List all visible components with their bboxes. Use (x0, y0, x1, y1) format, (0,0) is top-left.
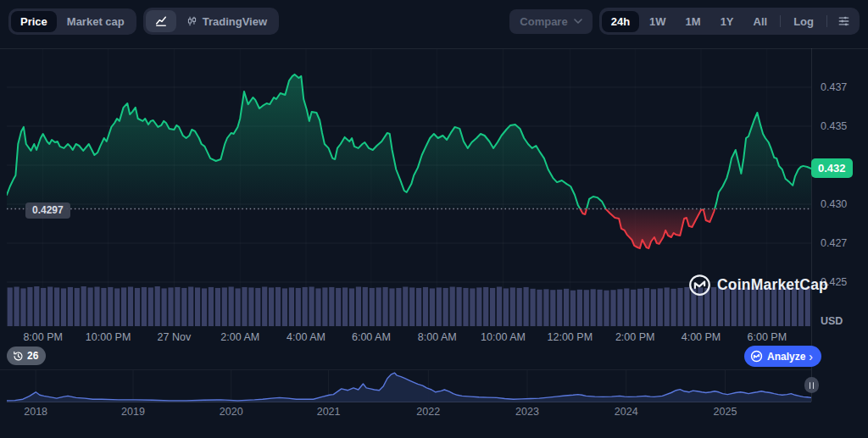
tradingview-label: TradingView (203, 16, 267, 27)
x-axis-tick-label: 4:00 PM (682, 331, 721, 343)
coinmarketcap-logo-icon (688, 274, 711, 297)
x-axis-tick-label: 2:00 PM (615, 331, 655, 343)
range-selector: 24h 1W 1M 1Y All Log (599, 8, 860, 35)
x-axis-tick-label: 27 Nov (158, 331, 192, 343)
range-24h[interactable]: 24h (602, 11, 639, 32)
live-price-badge: 0.432 (811, 158, 853, 178)
watermark-text: CoinMarketCap (717, 276, 828, 294)
chart-type-toggle: TradingView (143, 8, 279, 35)
coinmarketcap-logo-icon (750, 350, 763, 363)
range-1w[interactable]: 1W (640, 11, 676, 32)
x-axis-tick-label: 12:00 PM (548, 331, 593, 343)
x-axis-tick-label: 8:00 AM (418, 331, 457, 343)
baseline-price-badge: 0.4297 (25, 202, 70, 219)
divider (826, 15, 827, 27)
minimap-year-label: 2025 (714, 406, 737, 418)
chevron-right-icon: › (809, 351, 813, 363)
chevron-down-icon (574, 19, 582, 24)
minimap-range-handle[interactable] (804, 377, 819, 393)
minimap-area (7, 373, 811, 402)
history-clock-icon (13, 351, 24, 362)
price-chart-canvas[interactable] (0, 0, 868, 438)
watermark: CoinMarketCap (688, 274, 828, 297)
x-axis-tick-label: 6:00 PM (748, 331, 787, 343)
minimap-year-label: 2020 (220, 406, 243, 418)
gridlines (0, 48, 868, 402)
y-axis-tick-label: 0.427 (821, 237, 847, 250)
history-count: 26 (27, 350, 38, 362)
compare-button[interactable]: Compare (509, 9, 592, 34)
minimap-year-label: 2018 (24, 406, 47, 418)
tradingview-chart-type-button[interactable]: TradingView (177, 10, 276, 32)
y-axis-currency-label: USD (821, 315, 843, 328)
range-1m[interactable]: 1M (676, 11, 710, 32)
log-scale-button[interactable]: Log (784, 11, 823, 32)
x-axis-tick-label: 10:00 AM (481, 331, 526, 343)
range-all[interactable]: All (744, 11, 777, 32)
analyze-label: Analyze (767, 351, 805, 363)
divider (780, 15, 781, 27)
price-chart-widget: Price Market cap Tr (0, 0, 868, 438)
toolbar: Price Market cap Tr (8, 8, 860, 35)
x-axis-tick-label: 2:00 AM (220, 331, 259, 343)
tab-price[interactable]: Price (11, 11, 57, 32)
analyze-button[interactable]: Analyze › (744, 346, 821, 367)
sliders-icon (837, 15, 850, 27)
x-axis-tick-label: 6:00 AM (352, 331, 391, 343)
x-axis-tick-label: 8:00 PM (23, 331, 63, 343)
minimap-year-label: 2019 (121, 406, 145, 418)
range-1y[interactable]: 1Y (711, 11, 743, 32)
chart-settings-button[interactable] (831, 10, 857, 32)
line-chart-type-button[interactable] (146, 10, 176, 32)
minimap-year-label: 2021 (317, 406, 341, 418)
minimap-year-label: 2024 (615, 406, 638, 418)
y-axis-tick-label: 0.430 (821, 198, 847, 211)
history-badge[interactable]: 26 (7, 347, 46, 365)
y-axis-tick-label: 0.435 (821, 120, 847, 133)
candlestick-icon (186, 15, 198, 27)
x-axis-tick-label: 4:00 AM (287, 331, 326, 343)
compare-label: Compare (520, 16, 567, 27)
y-axis-tick-label: 0.437 (821, 81, 847, 94)
x-axis-tick-label: 10:00 PM (86, 331, 131, 343)
metric-toggle: Price Market cap (8, 8, 136, 35)
tab-market-cap[interactable]: Market cap (58, 11, 134, 32)
minimap (0, 370, 811, 402)
minimap-year-label: 2022 (416, 406, 440, 418)
line-chart-icon (155, 15, 167, 27)
minimap-year-label: 2023 (515, 406, 539, 418)
